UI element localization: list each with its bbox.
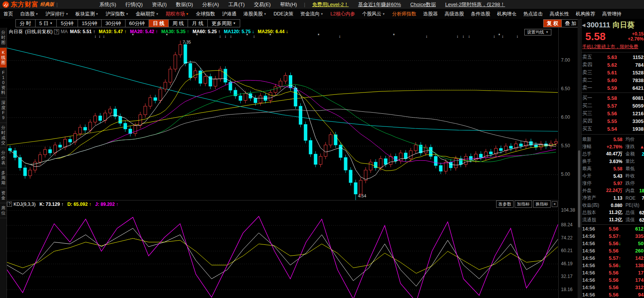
nav-item[interactable]: 沪港通 [219,11,240,17]
help-icon[interactable]: ? [54,29,59,34]
svg-text:7.35: 7.35 [183,40,191,44]
tick-volume: 174 [623,277,644,283]
sidebar-item[interactable]: 多周期 [0,168,7,188]
tick-time: 14:56 [582,277,598,283]
sidebar-item[interactable]: 资金 [0,188,7,203]
nav-item[interactable]: 首页 [0,11,17,17]
nav-item[interactable]: 港股美股▼ [240,11,270,17]
collapse-panel-icon[interactable]: ◀ [582,22,585,28]
nav-item[interactable]: 个股风云▼ [359,11,389,17]
bid-row[interactable]: 买四5.553305 [581,117,644,125]
ma-value: MA60: 5.25 ↑ [193,29,220,34]
price-axis-label: 6.00 [561,114,570,120]
nav-item[interactable]: 高级选股 [441,11,468,17]
period-tab[interactable]: 15分钟 [78,20,102,27]
ask-row[interactable]: 卖一5.596421 [581,84,644,92]
sidebar-item[interactable]: 分价表 [0,148,7,168]
kdj-param-button[interactable]: 改参数 [496,200,514,208]
menu-item[interactable]: 工具(T) [224,1,249,8]
ask-row[interactable]: 卖三5.611528 [581,69,644,76]
period-tab[interactable]: 5分钟 [57,20,78,27]
stat-value: ▲ [638,144,644,150]
menu-item[interactable]: 交易(E) [249,1,275,8]
nav-item[interactable]: L2核心内参 [327,11,359,17]
bid-row[interactable]: 买一5.586081 [581,94,644,102]
kdj-axis-label: 18.16 [561,287,573,292]
nav-item[interactable]: 自选股▼ [17,11,42,17]
ask-row[interactable]: 卖二5.607838 [581,76,644,84]
promo-link[interactable]: 基金近1年赚超60% [358,1,401,8]
kdj-chart[interactable] [7,208,558,298]
stat-label: 总值 [625,209,638,216]
close-icon[interactable]: × [552,201,558,207]
sidebar-item[interactable]: K线图 [0,48,7,68]
sidebar-item[interactable]: 分时成交 [0,123,7,148]
nav-item[interactable]: 资金流向▼ [297,11,327,17]
nav-item[interactable]: 全球指数 [192,11,219,17]
level-price: 5.63 [595,54,617,60]
chevron-down-icon: ▼ [95,12,98,16]
bid-row[interactable]: 买五5.541938 [581,125,644,133]
sidebar-item[interactable]: 分时图 [0,28,7,48]
period-tab[interactable]: 月 线 [188,20,208,27]
nav-item[interactable]: 热点追击 [520,11,546,17]
nav-item[interactable]: 高管增持 [599,11,625,17]
scrollbar-thumb[interactable] [578,150,580,227]
bid-row[interactable]: 买三5.561216 [581,109,644,117]
nav-item[interactable]: 期权市场▼ [162,11,192,17]
ask-row[interactable]: 卖五5.631152 [581,53,644,61]
candlestick-chart[interactable]: ********↕↕↕↕↕↕↕↕↕↕↕↕↕↕↕7.354.54 [7,28,558,200]
menu-item[interactable]: 资讯(I) [147,1,171,8]
nav-item[interactable]: 机构推荐 [573,11,599,17]
period-tab[interactable]: 更多周期▼ [208,20,240,27]
kdj-values: K: 73.129 ↑D: 65.092 ↑J: 89.202 ↑ [39,202,122,207]
nav-item[interactable]: 板块监测▼ [72,11,102,17]
nav-item[interactable]: 沪深指数▼ [102,11,132,17]
vertical-scrollbar[interactable] [578,19,581,298]
ma-value: MA5: 5.51 ↑ [70,29,95,34]
period-tab[interactable]: 30分钟 [102,20,125,27]
menubar-divider: | [56,2,58,7]
nav-item[interactable]: 机构增仓 [494,11,520,17]
menu-item[interactable]: 帮助(H) [275,1,302,8]
ask-row[interactable]: 卖四5.62784 [581,61,644,69]
period-tab[interactable]: 60分钟 [125,20,149,27]
promo-link[interactable]: 免费用Level-2！ [312,1,349,8]
nav-item[interactable]: 高成长性 [546,11,573,17]
sidebar-item[interactable]: F10资料 [0,68,7,98]
level-price: 5.56 [595,111,617,116]
nav-item[interactable]: DDE决策 [270,11,297,17]
nav-item[interactable]: 金融期货▼ [132,11,162,17]
menu-item[interactable]: 分析(A) [198,1,224,8]
kdj-param-button[interactable]: 加指标 [515,200,532,208]
period-tab[interactable]: 周 线 [169,20,188,27]
promo-link[interactable]: Level-2限时特惠，仅298！ [445,1,505,8]
chart-tool-button[interactable]: 复 权 [544,20,562,27]
period-tab[interactable]: 5 日▼ [36,20,57,27]
stat-label: 内盘 [625,187,638,194]
nav-item[interactable]: 沪深排行▼ [42,11,72,17]
menu-item[interactable]: 系统(S) [95,1,120,8]
kdj-param-button[interactable]: 换指标 [533,200,551,208]
sidebar-item[interactable]: 席位 [0,203,7,218]
chevron-down-icon: ▼ [65,12,68,16]
ma-settings-button[interactable]: 设置均线 ▼ [524,29,551,35]
nav-item[interactable]: 选股器 [420,11,441,17]
menu-item[interactable]: 数据(D) [171,1,198,8]
tick-price: 5.56 [598,241,619,246]
kdj-help-icon[interactable]: ? [7,202,12,207]
period-tab[interactable]: 分 时 [16,20,36,27]
svg-text:↕: ↕ [225,34,227,39]
promo-link[interactable]: Choice数据 [410,1,436,8]
sidebar-item-char: 席 [0,205,7,210]
sidebar-item[interactable]: 深度F9 [0,98,7,123]
nav-item[interactable]: 分析师指数 [389,11,420,17]
tick-price: 5.57 [598,233,619,239]
menu-item[interactable]: 行情(Q) [121,1,147,8]
period-tab[interactable]: 日 线 [149,20,169,27]
promo-banner-link[interactable]: 手机L2重磅上市，限时免费 [582,44,644,50]
tick-volume: 335 [623,233,644,239]
level-price: 5.61 [595,70,617,76]
nav-item[interactable]: 条件选股 [468,11,494,17]
bid-row[interactable]: 买二5.575059 [581,102,644,109]
